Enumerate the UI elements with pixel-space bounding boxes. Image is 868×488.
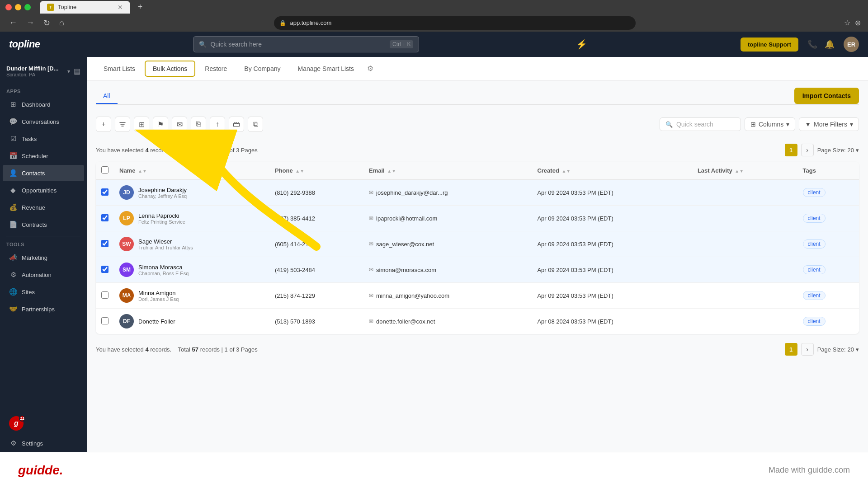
current-page-bottom[interactable]: 1 (785, 343, 797, 356)
sort-icon[interactable]: ▲▼ (138, 169, 147, 174)
email-button[interactable]: ✉ (172, 117, 187, 132)
tag-badge[interactable]: client (803, 239, 826, 249)
tools-section-label: Tools (0, 239, 87, 249)
tab-bulk-actions[interactable]: Bulk Actions (145, 61, 195, 77)
tab-manage-smart-lists[interactable]: Manage Smart Lists (290, 61, 362, 76)
contact-name[interactable]: Simona Morasca (138, 264, 189, 271)
contacts-icon: 👤 (9, 169, 17, 177)
tab-restore[interactable]: Restore (197, 61, 235, 76)
sidebar-item-opportunities[interactable]: ◆ Opportunities (3, 182, 84, 198)
sidebar-item-marketing[interactable]: 📣 Marketing (3, 249, 84, 266)
sidebar-item-revenue[interactable]: 💰 Revenue (3, 199, 84, 216)
home-button[interactable]: ⌂ (57, 16, 66, 29)
tab-settings-icon[interactable]: ⚙ (367, 64, 373, 73)
sidebar-item-guidde[interactable]: g 11 (3, 412, 84, 435)
header-search[interactable]: 🔍 Quick search here Ctrl + K (193, 36, 419, 52)
support-button[interactable]: topline Support (741, 38, 798, 52)
row-created-cell: Apr 09 2024 03:53 PM (EDT) (532, 180, 692, 206)
row-created-cell: Apr 08 2024 03:53 PM (EDT) (532, 309, 692, 334)
tag-badge[interactable]: client (803, 265, 826, 274)
import-contacts-button[interactable]: Import Contacts (794, 88, 859, 104)
tag-badge[interactable]: client (803, 291, 826, 300)
row-checkbox-cell (96, 206, 114, 231)
sort-icon[interactable]: ▲▼ (735, 169, 744, 174)
copy2-button[interactable]: ⧉ (248, 117, 263, 132)
copy-button[interactable]: ⎘ (191, 117, 206, 132)
contact-company: Feltz Printing Service (138, 219, 185, 225)
add-button[interactable]: + (96, 117, 111, 132)
made-with-text: Made with guidde.com (769, 465, 850, 475)
row-checkbox[interactable] (101, 188, 108, 196)
quick-search-box[interactable]: 🔍 Quick search (660, 117, 741, 131)
filter-button[interactable] (115, 117, 130, 132)
maximize-button[interactable] (24, 4, 31, 10)
contact-name[interactable]: Minna Amigon (138, 290, 179, 296)
tab-close-icon[interactable]: ✕ (118, 4, 123, 11)
sidebar-item-partnerships[interactable]: 🤝 Partnerships (3, 301, 84, 317)
sidebar-item-contacts[interactable]: 👤 Contacts (3, 165, 84, 181)
sort-icon[interactable]: ▲▼ (561, 169, 571, 174)
sidebar-item-conversations[interactable]: 💬 Conversations (3, 113, 84, 130)
sidebar-item-scheduler[interactable]: 📅 Scheduler (3, 148, 84, 164)
row-checkbox[interactable] (101, 291, 108, 299)
row-last-activity-cell (692, 231, 797, 257)
contact-name[interactable]: Josephine Darakjy (138, 187, 187, 193)
next-page-button[interactable]: › (801, 144, 814, 156)
sidebar-item-automation[interactable]: ⚙ Automation (3, 267, 84, 283)
row-name-cell: SW Sage Wieser Truhlar And Truhlar Attys (114, 231, 269, 257)
browser-tab[interactable]: T Topline ✕ (40, 1, 130, 14)
tag-badge[interactable]: client (803, 214, 826, 223)
contact-name[interactable]: Lenna Paprocki (138, 212, 185, 219)
flag-button[interactable]: ⚑ (153, 117, 168, 132)
back-button[interactable]: ← (7, 16, 19, 29)
sidebar-item-dashboard[interactable]: ⊞ Dashboard (3, 96, 84, 113)
select-all-checkbox[interactable] (101, 166, 108, 174)
row-checkbox[interactable] (101, 317, 108, 324)
content-wrapper: Dunder Mifflin [D... Scranton, PA ▾ ▤ Ap… (0, 57, 868, 452)
more-filters-button[interactable]: ▼ More Filters ▾ (799, 117, 859, 131)
new-tab-button[interactable]: + (134, 1, 146, 14)
merge-button[interactable]: ⊞ (134, 117, 149, 132)
tab-by-company[interactable]: By Company (236, 61, 288, 76)
avatar[interactable]: ER (844, 37, 859, 52)
tab-smart-lists[interactable]: Smart Lists (96, 61, 143, 76)
chevron-down-icon: ▾ (850, 121, 853, 128)
bell-icon[interactable]: 🔔 (825, 39, 835, 49)
lightning-icon[interactable]: ⚡ (576, 39, 587, 50)
bookmark-icon[interactable]: ☆ (844, 19, 850, 27)
sidebar-item-sites[interactable]: 🌐 Sites (3, 284, 84, 300)
contact-name[interactable]: Sage Wieser (138, 238, 193, 245)
row-checkbox[interactable] (101, 214, 108, 221)
sidebar-toggle-icon[interactable]: ▤ (74, 67, 80, 75)
archive-button[interactable]: 🗃 (229, 117, 244, 132)
address-bar[interactable]: 🔒 app.topline.com (274, 16, 636, 30)
columns-button[interactable]: ⊞ Columns ▾ (745, 117, 795, 131)
minimize-button[interactable] (15, 4, 21, 10)
filter-tab-all[interactable]: All (96, 89, 118, 104)
sort-icon[interactable]: ▲▼ (387, 169, 396, 174)
sidebar-item-settings[interactable]: ⚙ Settings (3, 435, 84, 451)
workspace-selector[interactable]: Dunder Mifflin [D... Scranton, PA ▾ ▤ (0, 61, 87, 82)
table-row: SW Sage Wieser Truhlar And Truhlar Attys… (96, 231, 859, 257)
row-checkbox[interactable] (101, 240, 108, 247)
export-button[interactable]: ↑ (210, 117, 225, 132)
reload-button[interactable]: ↻ (42, 16, 52, 30)
row-checkbox[interactable] (101, 266, 108, 273)
extension-icon[interactable]: ⊕ (855, 19, 861, 27)
toolbar: + ⊞ ⚑ ✉ ⎘ ↑ 🗃 ⧉ 🔍 Quick search (96, 112, 859, 136)
tag-badge[interactable]: client (803, 188, 826, 197)
tag-badge[interactable]: client (803, 317, 826, 326)
next-page-button-bottom[interactable]: › (801, 343, 814, 356)
contact-name[interactable]: Donette Foller (138, 318, 175, 325)
sidebar-item-contracts[interactable]: 📄 Contracts (3, 216, 84, 233)
row-tags-cell: client (797, 309, 859, 334)
sidebar-item-label: Dashboard (22, 101, 51, 108)
close-button[interactable] (5, 4, 12, 10)
page-size-chevron-bottom[interactable]: ▾ (856, 346, 859, 353)
sidebar-item-tasks[interactable]: ☑ Tasks (3, 131, 84, 147)
current-page[interactable]: 1 (785, 144, 797, 156)
forward-button[interactable]: → (24, 16, 36, 29)
phone-icon[interactable]: 📞 (807, 39, 817, 49)
sort-icon[interactable]: ▲▼ (295, 169, 304, 174)
page-size-chevron[interactable]: ▾ (856, 147, 859, 154)
